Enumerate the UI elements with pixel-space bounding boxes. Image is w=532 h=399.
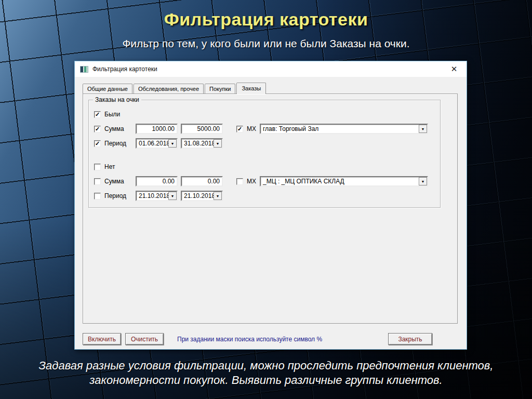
have-sum-from-field[interactable] [136,124,178,134]
slide-footer-line2: закономерности покупок. Выявить различны… [0,373,532,388]
orders-groupbox: Заказы на очки ✓ Были ✓ Сумма ✓ МХ [88,100,441,208]
none-mx-value: _МЦ : _МЦ ОПТИКА СКЛАД [261,177,419,185]
none-sum-from-input[interactable] [137,177,177,185]
tab-examinations[interactable]: Обследования, прочее [134,84,204,94]
tab-page-orders: Заказы на очки ✓ Были ✓ Сумма ✓ МХ [83,94,458,324]
none-checkbox[interactable] [94,164,101,170]
none-sum-from-field[interactable] [136,176,178,187]
none-label: Нет [104,163,115,170]
groupbox-legend: Заказы на очки [93,96,141,103]
filter-dialog: Фильтрация картотеки ✕ Общие данные Обсл… [74,61,467,350]
none-mx-row: МХ [236,176,256,187]
none-sum-checkbox[interactable] [94,178,101,185]
have-sum-to-input[interactable] [182,125,222,133]
have-period-checkbox[interactable]: ✓ [94,140,101,147]
have-mx-row: ✓ МХ [236,124,256,134]
app-window-icon [80,66,88,73]
none-sum-to-field[interactable] [181,176,223,187]
check-icon: ✓ [95,112,100,117]
have-checkbox[interactable]: ✓ [94,111,101,118]
have-sum-to-field[interactable] [181,124,223,134]
none-sum-row: Сумма [94,176,124,187]
none-mx-label: МХ [247,178,256,185]
check-icon: ✓ [95,141,100,147]
have-period-from-value: 01.06.2018 [137,139,168,148]
clear-button[interactable]: Очистить [125,333,164,345]
none-sum-label: Сумма [104,178,124,185]
have-mx-value: глав: Торговый Зал [261,125,419,133]
have-sum-label: Сумма [104,125,124,132]
none-period-label: Период [104,192,126,200]
chevron-down-icon[interactable]: ▼ [168,192,177,200]
chevron-down-icon[interactable]: ▼ [419,125,427,133]
have-sum-checkbox[interactable]: ✓ [94,126,101,132]
none-mx-checkbox[interactable] [236,178,243,185]
chevron-down-icon[interactable]: ▼ [419,177,427,185]
have-mx-combobox[interactable]: глав: Торговый Зал ▼ [260,124,428,134]
slide-footer: Задавая разные условия фильтрации, можно… [0,358,532,387]
dialog-title: Фильтрация картотеки [92,65,157,73]
slide-footer-line1: Задавая разные условия фильтрации, можно… [0,358,532,373]
have-label: Были [104,111,120,118]
none-period-from-value: 21.10.2018 [137,192,168,200]
none-period-from-combobox[interactable]: 21.10.2018 ▼ [136,191,178,201]
slide-title: Фильтрация картотеки [0,9,532,30]
tab-strip: Общие данные Обследования, прочее Покупк… [83,82,267,94]
have-period-label: Период [104,140,126,147]
chevron-down-icon[interactable]: ▼ [168,139,177,148]
chevron-down-icon[interactable]: ▼ [214,192,222,200]
tab-orders[interactable]: Заказы [236,83,266,94]
none-period-to-combobox[interactable]: 21.10.2018 ▼ [181,191,223,201]
have-row: ✓ Были [94,109,120,119]
have-mx-label: МХ [247,125,256,132]
none-mx-combobox[interactable]: _МЦ : _МЦ ОПТИКА СКЛАД ▼ [260,176,428,187]
close-icon[interactable]: ✕ [448,63,460,75]
apply-button[interactable]: Включить [83,333,121,345]
have-period-from-combobox[interactable]: 01.06.2018 ▼ [136,138,178,149]
have-sum-row: ✓ Сумма [94,124,124,134]
none-period-to-value: 21.10.2018 [182,192,214,200]
check-icon: ✓ [237,126,242,132]
slide-subtitle: Фильтр по тем, у кого были или не были З… [0,37,532,50]
tab-common-data[interactable]: Общие данные [83,84,132,94]
none-period-row: Период [94,191,126,201]
none-row: Нет [94,162,115,172]
tab-purchases[interactable]: Покупки [205,84,235,94]
check-icon: ✓ [95,126,100,132]
have-period-to-combobox[interactable]: 31.08.2018 ▼ [181,138,223,149]
have-period-row: ✓ Период [94,138,126,149]
none-period-checkbox[interactable] [94,193,101,200]
have-mx-checkbox[interactable]: ✓ [236,126,243,132]
none-sum-to-input[interactable] [182,177,222,185]
dialog-titlebar[interactable]: Фильтрация картотеки ✕ [75,61,467,77]
have-sum-from-input[interactable] [137,125,177,133]
chevron-down-icon[interactable]: ▼ [214,139,222,148]
status-hint: При задании маски поиска используйте сим… [177,336,322,343]
close-button[interactable]: Закрыть [388,333,432,345]
have-period-to-value: 31.08.2018 [182,139,214,148]
